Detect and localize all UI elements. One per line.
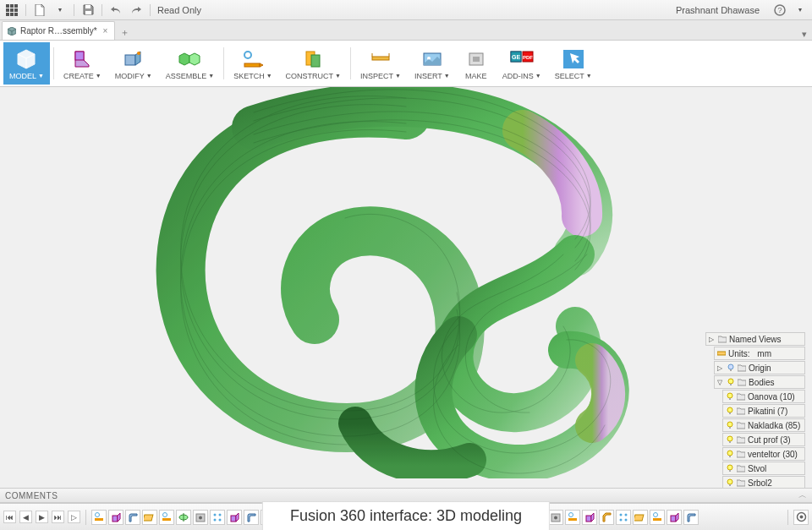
timeline-step-plane[interactable] [142, 510, 157, 525]
insert-menu[interactable]: INSERT▼ [409, 42, 456, 85]
timeline-settings-icon[interactable] [793, 510, 809, 525]
folder-icon [737, 407, 745, 415]
visibility-icon[interactable] [726, 407, 734, 415]
timeline-step-fillet[interactable] [244, 510, 259, 525]
folder-icon [737, 421, 745, 429]
construct-menu[interactable]: CONSTRUCT▼ [280, 42, 347, 85]
sketch-menu[interactable]: SKETCH▼ [228, 42, 277, 85]
browser-body-item[interactable]: Oanova (10) [722, 390, 805, 403]
timeline-step-hole[interactable] [548, 510, 563, 525]
browser-body-item[interactable]: Stvol [722, 462, 805, 475]
visibility-icon[interactable] [726, 478, 734, 487]
svg-point-96 [625, 518, 628, 521]
svg-rect-24 [473, 57, 480, 62]
svg-point-53 [96, 512, 100, 516]
folder-icon [718, 335, 727, 343]
tabbar-overflow-icon[interactable]: ▾ [797, 29, 812, 40]
timeline-step-pattern[interactable] [616, 510, 631, 525]
visibility-icon[interactable] [726, 421, 734, 429]
browser-body-item[interactable]: Srbol2 [722, 476, 805, 488]
undo-icon[interactable] [109, 3, 123, 17]
svg-point-57 [163, 512, 167, 516]
timeline-end-button[interactable]: ⏭ [52, 511, 64, 523]
new-tab-button[interactable]: ＋ [117, 25, 132, 40]
folder-icon [737, 464, 745, 473]
visibility-icon[interactable] [726, 392, 734, 401]
addins-menu[interactable]: PDFGE ADD-INS▼ [497, 42, 547, 85]
timeline-next-button[interactable]: ▶ [36, 511, 48, 523]
folder-icon [738, 378, 746, 386]
assemble-menu[interactable]: ASSEMBLE▼ [160, 42, 220, 85]
timeline-step-extrude[interactable] [582, 510, 597, 525]
browser-body-item[interactable]: venteltor (30) [722, 447, 805, 461]
svg-rect-4 [10, 8, 14, 12]
timeline-step-sketch[interactable] [91, 510, 107, 525]
modify-menu[interactable]: MODIFY▼ [109, 42, 158, 85]
close-tab-icon[interactable]: × [102, 26, 110, 36]
timeline-start-button[interactable]: ⏮ [3, 511, 16, 523]
sketch-icon [241, 48, 265, 70]
separator [25, 4, 26, 16]
redo-icon[interactable] [129, 3, 143, 17]
timeline-step-sketch[interactable] [565, 510, 580, 525]
help-dropdown-icon[interactable]: ▼ [793, 3, 807, 17]
svg-rect-39 [729, 413, 731, 414]
file-dropdown-icon[interactable]: ▼ [53, 3, 67, 17]
browser-bodies[interactable]: ▽ Bodies [714, 375, 805, 389]
browser-body-item[interactable]: Nakladka (85) [722, 418, 805, 432]
svg-rect-10 [85, 11, 91, 14]
timeline-step-revolve[interactable] [176, 510, 191, 525]
timeline-step-extrude[interactable] [227, 510, 242, 525]
make-menu[interactable]: MAKE [458, 42, 495, 85]
browser-body-item[interactable]: Cut prof (3) [722, 433, 805, 446]
svg-rect-97 [634, 515, 644, 521]
timeline-step-extrude[interactable] [667, 510, 682, 525]
model-menu[interactable]: MODEL▼ [3, 42, 50, 85]
svg-point-44 [727, 451, 732, 456]
visibility-icon[interactable] [727, 378, 735, 386]
timeline-step-plane[interactable] [633, 510, 648, 525]
visibility-icon[interactable] [726, 435, 734, 444]
apps-icon[interactable] [5, 3, 19, 17]
browser-units[interactable]: Units: mm [714, 347, 805, 360]
chevron-up-icon[interactable]: ︿ [798, 489, 807, 501]
svg-rect-54 [112, 516, 118, 522]
inspect-menu[interactable]: INSPECT▼ [354, 42, 407, 85]
visibility-icon[interactable] [726, 464, 734, 473]
help-icon[interactable]: ? [773, 3, 787, 17]
timeline-step-sketch[interactable] [159, 510, 174, 525]
make-icon [464, 48, 488, 70]
timeline-step-fillet[interactable] [683, 510, 699, 525]
timeline-step-chamfer[interactable] [599, 510, 614, 525]
timeline-step-fillet[interactable] [125, 510, 140, 525]
file-new-icon[interactable] [33, 3, 47, 17]
visibility-icon[interactable] [726, 450, 734, 458]
svg-rect-8 [14, 13, 18, 16]
svg-point-46 [727, 465, 732, 470]
timeline-play-button[interactable]: ▷ [68, 511, 80, 523]
visibility-icon[interactable] [727, 363, 735, 372]
timeline-step-extrude[interactable] [108, 510, 123, 525]
svg-rect-92 [586, 516, 591, 522]
viewport-3d[interactable]: ▷ Named Views Units: mm ▷ Origin ▽ Bodie… [0, 87, 812, 488]
svg-rect-55 [144, 515, 153, 521]
collapse-icon: ▽ [717, 379, 724, 386]
timeline-step-hole[interactable] [193, 510, 208, 525]
timeline-step-pattern[interactable] [210, 510, 225, 525]
browser-body-item[interactable]: Pikatini (7) [722, 404, 805, 418]
browser-origin[interactable]: ▷ Origin [714, 361, 805, 374]
select-menu[interactable]: SELECT▼ [549, 42, 598, 85]
inspect-icon [369, 48, 392, 70]
svg-rect-56 [162, 518, 171, 521]
svg-rect-19 [311, 55, 320, 67]
create-menu[interactable]: CREATE▼ [58, 42, 107, 85]
user-name[interactable]: Prashnant Dhawase [676, 5, 760, 15]
save-icon[interactable] [81, 3, 95, 17]
document-tab[interactable]: Raptor R…ssembly* × [2, 21, 115, 40]
timeline-step-sketch[interactable] [650, 510, 665, 525]
timeline-prev-button[interactable]: ◀ [19, 511, 32, 523]
create-icon [70, 48, 94, 70]
svg-point-89 [554, 516, 557, 519]
browser-named-views[interactable]: ▷ Named Views [705, 332, 805, 346]
svg-rect-5 [14, 8, 18, 12]
